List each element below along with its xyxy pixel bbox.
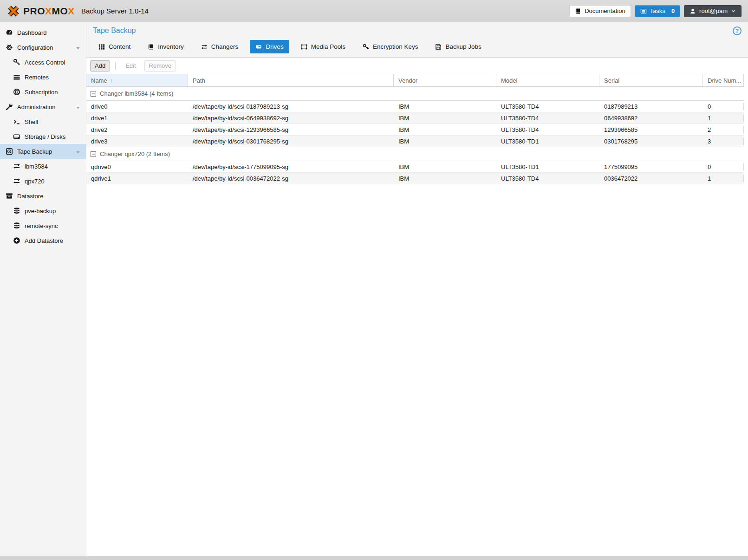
sidebar-item-label: ibm3584 — [25, 163, 48, 170]
column-header-name[interactable]: Name ↑ — [86, 74, 188, 86]
group-header-ibm3584[interactable]: Changer ibm3584 (4 Items) — [86, 87, 744, 101]
add-button[interactable]: Add — [90, 60, 110, 72]
book-icon — [148, 44, 154, 50]
tasks-button[interactable]: Tasks 0 — [635, 5, 680, 17]
table-row-drive3[interactable]: drive3 /dev/tape/by-id/scsi-0301768295-s… — [86, 136, 744, 147]
sidebar-item-label: pve-backup — [25, 208, 56, 215]
tab-label: Backup Jobs — [445, 43, 481, 50]
table-row-drive2[interactable]: drive2 /dev/tape/by-id/scsi-1293966585-s… — [86, 124, 744, 136]
tab-drives[interactable]: Drives — [250, 40, 289, 53]
table-row-qdrive1[interactable]: qdrive1 /dev/tape/by-id/scsi-0036472022-… — [86, 173, 744, 184]
documentation-button[interactable]: Documentation — [569, 5, 631, 17]
plus-circle-icon — [13, 237, 20, 244]
tab-inventory[interactable]: Inventory — [142, 40, 189, 53]
product-version-label: Backup Server 1.0-14 — [81, 7, 149, 15]
edit-button[interactable]: Edit — [121, 60, 140, 72]
user-menu-button[interactable]: root@pam — [684, 5, 741, 17]
user-label: root@pam — [699, 7, 728, 14]
sidebar-item-configuration[interactable]: Configuration — [0, 40, 86, 55]
documentation-label: Documentation — [585, 7, 625, 14]
top-bar: PROXMOX Backup Server 1.0-14 Documentati… — [0, 0, 748, 22]
sidebar-item-add-datastore[interactable]: Add Datastore — [0, 233, 86, 248]
column-header-model[interactable]: Model — [496, 74, 599, 86]
tape-icon — [6, 148, 13, 155]
sidebar-item-datastore[interactable]: Datastore — [0, 189, 86, 203]
sidebar-item-label: Administration — [17, 104, 55, 111]
life-ring-icon — [13, 88, 20, 96]
sidebar-item-dashboard[interactable]: Dashboard — [0, 25, 86, 40]
sidebar-item-tape-backup[interactable]: Tape Backup — [0, 144, 86, 159]
tab-backup-jobs[interactable]: Backup Jobs — [429, 40, 487, 53]
sidebar-item-remote-sync[interactable]: remote-sync — [0, 218, 86, 233]
floppy-icon — [435, 44, 442, 50]
column-header-path[interactable]: Path — [188, 74, 394, 86]
table-row-drive1[interactable]: drive1 /dev/tape/by-id/scsi-0649938692-s… — [86, 112, 744, 124]
gauge-icon — [6, 29, 13, 36]
tab-label: Drives — [266, 43, 283, 50]
exchange-icon — [13, 177, 20, 185]
column-header-vendor[interactable]: Vendor — [394, 74, 496, 86]
tab-changers[interactable]: Changers — [195, 40, 244, 53]
sidebar-item-label: Access Control — [25, 59, 65, 66]
drives-table: Name ↑ Path Vendor Model Serial Drive Nu… — [86, 74, 744, 184]
chevron-down-icon — [731, 8, 736, 13]
column-header-serial[interactable]: Serial — [599, 74, 703, 86]
sidebar-item-ibm3584[interactable]: ibm3584 — [0, 159, 86, 174]
content-header: Tape Backup ? Content Inventory Changers — [86, 22, 748, 58]
table-row-qdrive0[interactable]: qdrive0 /dev/tape/by-id/scsi-1775099095-… — [86, 161, 744, 173]
caret-down-icon — [76, 45, 80, 50]
sidebar-item-administration[interactable]: Administration — [0, 99, 86, 114]
sidebar-item-label: Datastore — [17, 193, 43, 200]
group-header-label: Changer qpx720 (2 Items) — [100, 150, 170, 157]
exchange-icon — [201, 44, 208, 50]
sidebar-item-qpx720[interactable]: qpx720 — [0, 174, 86, 189]
terminal-icon — [13, 118, 20, 125]
tasks-count-badge: 0 — [671, 7, 675, 14]
tab-media-pools[interactable]: Media Pools — [295, 40, 351, 53]
sidebar-item-label: qpx720 — [25, 178, 45, 185]
sidebar-item-shell[interactable]: Shell — [0, 114, 86, 129]
grid-toolbar: Add Edit Remove — [86, 58, 748, 74]
group-header-qpx720[interactable]: Changer qpx720 (2 Items) — [86, 147, 744, 161]
proxmox-wordmark: PROXMOX — [23, 6, 75, 17]
collapse-group-icon — [90, 151, 97, 157]
remove-button[interactable]: Remove — [144, 60, 176, 72]
help-icon[interactable]: ? — [733, 26, 741, 35]
tasks-label: Tasks — [650, 7, 665, 14]
database-icon — [13, 222, 20, 229]
tape-drive-icon — [255, 44, 262, 50]
proxmox-logo: PROXMOX — [7, 4, 75, 18]
task-list-icon — [640, 8, 647, 14]
table-row-drive0[interactable]: drive0 /dev/tape/by-id/scsi-0187989213-s… — [86, 101, 744, 112]
wrench-icon — [6, 103, 13, 111]
group-header-label: Changer ibm3584 (4 Items) — [100, 90, 173, 97]
object-group-icon — [301, 44, 307, 50]
sidebar-item-label: Remotes — [25, 74, 49, 81]
column-header-drive-number[interactable]: Drive Num... — [703, 74, 744, 86]
book-icon — [575, 8, 581, 14]
exchange-icon — [13, 163, 20, 170]
tab-encryption-keys[interactable]: Encryption Keys — [357, 40, 424, 53]
sort-asc-icon: ↑ — [110, 77, 113, 84]
toolbar-separator — [115, 62, 116, 70]
sidebar-item-label: Dashboard — [17, 29, 47, 36]
sidebar-nav: Dashboard Configuration Access Control R… — [0, 22, 86, 556]
remotes-icon — [13, 73, 20, 81]
caret-down-icon — [76, 149, 80, 154]
tab-content[interactable]: Content — [93, 40, 136, 53]
page-title: Tape Backup — [93, 26, 136, 35]
tab-label: Media Pools — [311, 43, 345, 50]
sidebar-item-remotes[interactable]: Remotes — [0, 70, 86, 85]
sidebar-item-subscription[interactable]: Subscription — [0, 85, 86, 99]
tab-label: Changers — [211, 43, 239, 50]
tab-label: Inventory — [158, 43, 184, 50]
sidebar-item-label: Add Datastore — [25, 237, 63, 244]
sidebar-item-pve-backup[interactable]: pve-backup — [0, 203, 86, 218]
sidebar-item-storage-disks[interactable]: Storage / Disks — [0, 129, 86, 144]
sidebar-item-access-control[interactable]: Access Control — [0, 55, 86, 70]
tab-label: Content — [109, 43, 130, 50]
gears-icon — [6, 44, 13, 51]
archive-icon — [6, 192, 13, 200]
sidebar-item-label: Subscription — [25, 89, 58, 96]
tab-label: Encryption Keys — [373, 43, 418, 50]
